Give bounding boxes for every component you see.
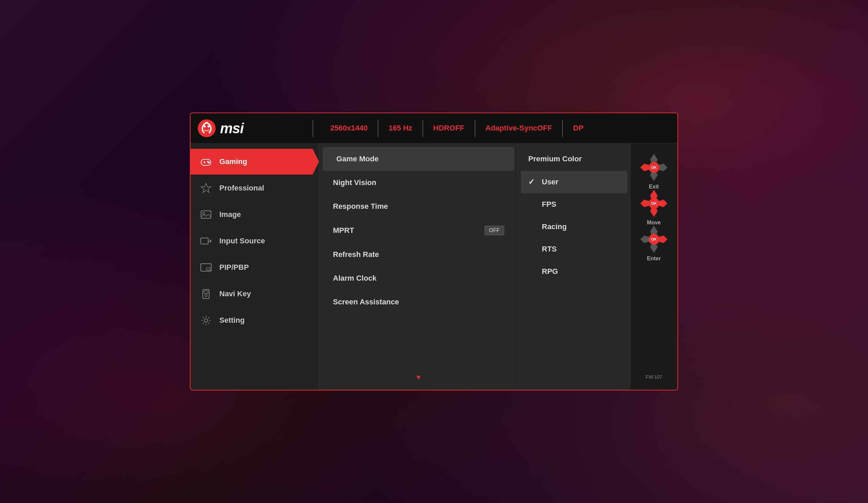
hdr-value: OFF — [450, 123, 465, 133]
sidebar-pip-label: PIP/PBP — [219, 263, 249, 272]
dpad-down-enter[interactable] — [650, 243, 658, 253]
msi-logo-text: msi — [220, 120, 244, 137]
sidebar-item-navi-key[interactable]: Navi Key — [190, 281, 319, 307]
racing-label: Racing — [542, 222, 567, 231]
ok-center-enter[interactable]: OK — [649, 234, 660, 245]
game-mode-label: Game Mode — [336, 155, 379, 164]
enter-label: Enter — [647, 255, 661, 262]
sidebar-item-setting[interactable]: Setting — [190, 307, 319, 333]
refresh-rate-label: Refresh Rate — [333, 250, 379, 259]
screen-assistance-label: Screen Assistance — [333, 297, 399, 306]
connection-stat: DP — [563, 123, 594, 133]
adaptive-sync-stat: Adaptive-Sync OFF — [475, 123, 562, 133]
night-vision-label: Night Vision — [333, 178, 376, 187]
divider-1 — [313, 120, 313, 137]
racing-spacer — [528, 222, 537, 231]
dpad-right-move[interactable] — [658, 200, 668, 207]
msi-dragon-icon — [197, 119, 216, 138]
controls-panel: OK Exit OK Move — [630, 144, 678, 390]
star-icon — [199, 181, 213, 195]
svg-point-1 — [204, 125, 206, 127]
svg-point-7 — [208, 162, 209, 163]
enter-dpad[interactable]: OK — [640, 226, 668, 253]
sidebar-professional-label: Professional — [219, 184, 264, 192]
logo-area: msi — [197, 119, 306, 138]
menu-item-game-mode[interactable]: Game Mode — [323, 147, 514, 171]
right-item-racing[interactable]: Racing — [518, 216, 630, 238]
dpad-right-enter[interactable] — [658, 235, 668, 243]
hdr-label: HDR — [433, 123, 450, 133]
input-icon — [199, 234, 213, 248]
checkmark-icon: ✓ — [528, 178, 537, 186]
menu-item-mprt[interactable]: MPRT OFF — [319, 218, 518, 243]
sidebar-item-input-source[interactable]: Input Source — [190, 228, 319, 254]
menu-item-response-time[interactable]: Response Time — [319, 195, 518, 218]
ok-center-move[interactable]: OK — [649, 198, 660, 209]
menu-item-alarm-clock[interactable]: Alarm Clock — [319, 266, 518, 290]
sidebar-navi-label: Navi Key — [219, 290, 251, 298]
exit-label: Exit — [649, 184, 659, 190]
scroll-down-indicator: ▼ — [319, 368, 518, 386]
refresh-rate-stat: 165 Hz — [379, 123, 423, 133]
exit-control-group: OK Exit — [640, 154, 668, 190]
sidebar-item-professional[interactable]: Professional — [190, 175, 319, 201]
top-bar: msi 2560x1440 165 Hz HDR OFF Adaptive-Sy… — [190, 113, 678, 144]
menu-item-screen-assistance[interactable]: Screen Assistance — [319, 290, 518, 314]
fps-spacer — [528, 200, 537, 209]
gamepad-icon — [199, 155, 213, 168]
sidebar-item-image[interactable]: Image — [190, 202, 319, 228]
mprt-label: MPRT — [333, 226, 354, 235]
response-time-label: Response Time — [333, 202, 388, 211]
rts-label: RTS — [542, 245, 557, 253]
fps-label: FPS — [542, 200, 556, 209]
move-dpad[interactable]: OK — [640, 190, 668, 217]
resolution-stat: 2560x1440 — [320, 123, 378, 133]
menu-item-night-vision[interactable]: Night Vision — [319, 171, 518, 195]
dpad-down[interactable] — [650, 171, 658, 181]
move-label: Move — [647, 220, 661, 226]
rts-spacer — [528, 245, 537, 253]
image-icon — [199, 208, 213, 221]
menu-item-refresh-rate[interactable]: Refresh Rate — [319, 243, 518, 266]
hdr-stat: HDR OFF — [423, 123, 475, 133]
right-item-rts[interactable]: RTS — [518, 238, 630, 260]
navi-icon — [199, 287, 213, 301]
sidebar-input-label: Input Source — [219, 237, 265, 245]
svg-marker-8 — [201, 184, 211, 192]
alarm-clock-label: Alarm Clock — [333, 274, 376, 283]
gear-icon — [199, 314, 213, 327]
rpg-spacer — [528, 267, 537, 276]
dpad-down-move[interactable] — [650, 208, 658, 217]
svg-point-2 — [207, 125, 209, 127]
right-column: Premium Color ✓ User FPS Racing RTS RPG — [518, 144, 630, 390]
right-item-fps[interactable]: FPS — [518, 193, 630, 216]
svg-point-17 — [204, 318, 207, 322]
adaptive-sync-label: Adaptive-Sync — [486, 123, 537, 133]
pip-icon — [199, 261, 213, 274]
exit-dpad[interactable]: OK — [640, 154, 668, 181]
mprt-toggle[interactable]: OFF — [485, 226, 504, 235]
right-item-rpg[interactable]: RPG — [518, 260, 630, 283]
sidebar-gaming-label: Gaming — [219, 157, 247, 166]
firmware-label: FW:107 — [645, 374, 662, 380]
svg-rect-9 — [201, 211, 211, 218]
premium-color-header: Premium Color — [518, 147, 630, 171]
svg-rect-15 — [204, 291, 208, 294]
user-label: User — [542, 178, 558, 186]
dpad-right[interactable] — [658, 164, 668, 171]
right-item-user[interactable]: ✓ User — [521, 171, 627, 193]
svg-rect-11 — [201, 238, 208, 244]
rpg-label: RPG — [542, 267, 558, 276]
sidebar-item-pip-pbp[interactable]: PIP/PBP — [190, 254, 319, 280]
move-control-group: OK Move — [640, 190, 668, 226]
enter-control-group: OK Enter — [640, 226, 668, 262]
svg-point-16 — [205, 295, 207, 296]
middle-column: Game Mode Night Vision Response Time MPR… — [319, 144, 518, 390]
osd-container: msi 2560x1440 165 Hz HDR OFF Adaptive-Sy… — [190, 113, 678, 390]
sidebar-image-label: Image — [219, 210, 241, 219]
svg-rect-13 — [206, 268, 210, 270]
ok-center-exit[interactable]: OK — [649, 162, 660, 173]
sidebar: Gaming Professional — [190, 144, 319, 390]
svg-point-6 — [207, 161, 208, 162]
sidebar-item-gaming[interactable]: Gaming — [190, 149, 319, 175]
